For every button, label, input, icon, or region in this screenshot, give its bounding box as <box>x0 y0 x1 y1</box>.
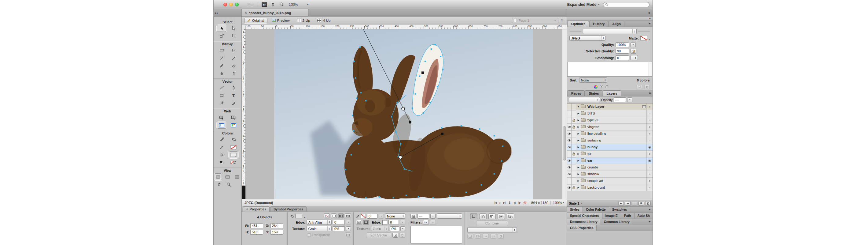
knife-tool[interactable] <box>228 99 239 107</box>
layer-row-surfacing[interactable]: ▶surfacing○ <box>567 137 653 144</box>
no-color-swap-icons[interactable] <box>228 159 239 166</box>
new-layer-button[interactable]: ⊞ <box>639 201 644 206</box>
hide-slices-tool[interactable] <box>216 121 227 129</box>
expand-arrow-icon[interactable]: ▶ <box>576 159 581 162</box>
visibility-toggle[interactable] <box>567 171 571 177</box>
show-slices-tool[interactable] <box>228 121 239 129</box>
onion-skinning-button[interactable]: ◌ <box>632 201 637 206</box>
stroke-edge-amount[interactable]: 0 <box>389 220 399 225</box>
layer-select-radio[interactable]: ◉ <box>646 144 653 151</box>
x-field[interactable]: 264 <box>271 223 283 228</box>
layer-select-radio[interactable]: ○ <box>646 104 653 110</box>
marquee-tool[interactable] <box>216 47 227 54</box>
hand-icon[interactable] <box>271 2 276 7</box>
tab-properties[interactable]: ⬦ Properties <box>243 207 270 212</box>
panel-menu-icon[interactable]: ▾≡ <box>649 208 651 211</box>
visibility-toggle[interactable] <box>567 117 571 124</box>
panel-dock-collapse[interactable]: » <box>567 9 653 16</box>
zoom-tool[interactable] <box>224 181 234 188</box>
pointer-tool[interactable] <box>216 25 227 32</box>
workspace-mode-selector[interactable]: Expanded Mode ▾ <box>567 2 599 7</box>
stroke-inside-button[interactable] <box>356 220 362 225</box>
rectangle-tool[interactable] <box>216 91 227 99</box>
expand-arrow-icon[interactable]: ▶ <box>576 119 581 121</box>
optimize-path-button[interactable] <box>490 234 496 239</box>
anchor-handle[interactable] <box>422 71 424 74</box>
panel-menu-icon[interactable]: ▾≡ <box>649 22 651 25</box>
layer-select-radio[interactable]: ◉ <box>646 157 653 164</box>
saved-settings-dropdown[interactable] <box>583 29 637 34</box>
delete-swatch-button[interactable] <box>644 85 650 89</box>
tab-color-palette[interactable]: Color Palette <box>583 207 609 213</box>
panel-menu-icon[interactable]: ▾≡ <box>649 220 651 223</box>
page-selector[interactable]: Page 1 ▼ <box>512 18 558 23</box>
layer-row-crumbs[interactable]: ▶crumbs○ <box>567 164 653 171</box>
tab-pages[interactable]: Pages <box>567 90 585 96</box>
transparent-checkbox[interactable] <box>307 234 311 237</box>
redraw-path-button[interactable] <box>475 234 481 239</box>
tools-dock-collapse[interactable]: ▸▸ <box>214 9 242 16</box>
crop-paths-button[interactable] <box>507 214 514 219</box>
smoothing-field[interactable]: 0 <box>616 55 629 60</box>
blur-tool[interactable] <box>216 70 227 77</box>
slice-tool[interactable] <box>228 114 239 121</box>
remove-filter-button[interactable]: − <box>430 220 436 225</box>
opacity-dropdown[interactable] <box>430 214 436 219</box>
paint-bucket-tool[interactable] <box>228 136 239 143</box>
minimize-window-button[interactable] <box>229 3 233 6</box>
close-window-button[interactable] <box>223 3 227 6</box>
expand-arrow-icon[interactable]: ▼ <box>576 105 581 108</box>
lock-toggle[interactable] <box>571 151 576 157</box>
expand-arrow-icon[interactable]: ▶ <box>576 166 581 169</box>
vertical-scrollbar-thumb[interactable] <box>563 126 566 161</box>
stroke-edge-dropdown[interactable] <box>400 220 405 225</box>
y-field[interactable]: 159 <box>271 230 283 235</box>
fill-edge-amount[interactable]: 0 <box>333 220 345 225</box>
stroke-type-dropdown[interactable]: None <box>385 214 405 219</box>
stroke-size-dropdown[interactable] <box>379 214 384 219</box>
layer-opacity-field[interactable]: --- <box>614 98 626 102</box>
fill-edge-dropdown[interactable]: Anti-Alias <box>307 220 332 225</box>
layer-select-radio[interactable]: ○ <box>646 131 653 137</box>
delete-path-button[interactable] <box>498 234 504 239</box>
visibility-toggle[interactable] <box>567 164 571 170</box>
add-filter-button[interactable]: +▼ <box>423 220 429 225</box>
zoom-level-dropdown-caret[interactable]: ▼ <box>307 3 309 5</box>
layer-row-vingette[interactable]: ▶vingette○ <box>567 124 653 131</box>
layer-row-bits[interactable]: ▶BITS○ <box>567 110 653 117</box>
tab-history[interactable]: History <box>589 21 608 27</box>
fullscreen-menus-mode-button[interactable] <box>224 173 232 181</box>
tab-4up[interactable]: 4-Up <box>314 18 333 23</box>
layer-select-radio[interactable]: ○ <box>646 184 653 191</box>
panel-dock-header[interactable]: » <box>567 17 653 21</box>
visibility-toggle[interactable] <box>567 124 571 130</box>
web-cube-icon[interactable] <box>600 85 603 89</box>
sort-dropdown[interactable]: None <box>579 78 607 83</box>
tab-path[interactable]: Path <box>621 213 634 219</box>
magnification-selector[interactable]: 100% ▾ <box>553 201 564 205</box>
standard-screen-mode-button[interactable] <box>214 173 222 181</box>
tab-document-library[interactable]: Document Library <box>567 219 601 225</box>
stroke-color-chip[interactable] <box>361 214 366 218</box>
pen-tool[interactable] <box>228 84 239 91</box>
lock-toggle[interactable] <box>571 137 576 144</box>
curve-point-handle[interactable] <box>399 156 402 159</box>
bridge-icon[interactable]: Br <box>261 2 267 7</box>
visibility-toggle[interactable] <box>567 110 571 117</box>
fill-texture-dropdown[interactable]: Grain <box>307 226 332 231</box>
stroke-size-field[interactable]: 0 <box>367 214 377 219</box>
layer-select-radio[interactable]: ○ <box>646 151 653 157</box>
visibility-toggle[interactable] <box>567 178 571 184</box>
lock-toggle[interactable] <box>571 178 576 184</box>
scale-tool[interactable] <box>216 32 227 40</box>
play-button[interactable]: ▷ <box>499 201 501 204</box>
tab-optimize[interactable]: Optimize <box>567 21 589 27</box>
tab-states[interactable]: States <box>585 90 602 96</box>
layer-row-bunny[interactable]: ▶bunny◉ <box>567 144 653 151</box>
tab-css-properties[interactable]: CSS Properties <box>567 225 597 231</box>
layer-select-radio[interactable]: ○ <box>646 124 653 130</box>
combine-preset-dropdown[interactable] <box>467 227 517 233</box>
layer-row-background[interactable]: ▶background○ <box>567 184 653 191</box>
expand-arrow-icon[interactable]: ▶ <box>576 173 581 175</box>
tab-original[interactable]: Original <box>244 18 268 23</box>
